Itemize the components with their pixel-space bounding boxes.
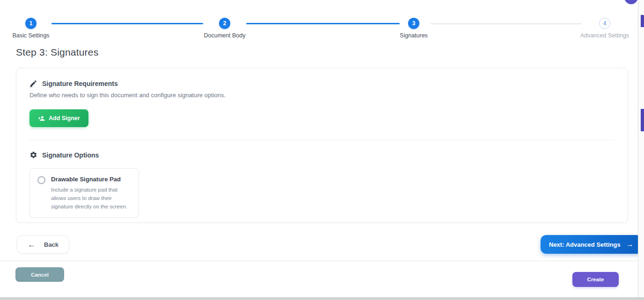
option-description: Include a signature pad that allows user…: [51, 186, 132, 211]
document-wizard-screen: 1 Basic Settings 2 Document Body 3 Signa…: [0, 0, 644, 300]
drawable-signature-pad-option[interactable]: Drawable Signature Pad Include a signatu…: [29, 168, 139, 218]
scrollbar-thumb[interactable]: [641, 15, 644, 27]
add-signer-label: Add Signer: [49, 115, 80, 121]
cancel-button[interactable]: Cancel: [15, 267, 64, 282]
back-button[interactable]: ← Back: [17, 235, 69, 254]
step-document-body[interactable]: 2 Document Body: [192, 18, 257, 39]
step-number-badge: 1: [25, 18, 37, 29]
card-divider: [29, 140, 615, 140]
scrollbar-track[interactable]: [638, 0, 644, 297]
step-label: Signatures: [381, 32, 446, 39]
add-signer-button[interactable]: Add Signer: [29, 109, 88, 127]
step-advanced-settings[interactable]: 4 Advanced Settings: [572, 18, 637, 39]
step-label: Advanced Settings: [572, 32, 637, 39]
section-description: Define who needs to sign this document a…: [29, 92, 615, 99]
step-connector: [431, 23, 582, 24]
option-title: Drawable Signature Pad: [51, 176, 132, 183]
footer-divider: [0, 261, 638, 261]
signature-pen-icon: [29, 79, 37, 87]
section-title: Signature Requirements: [42, 80, 118, 87]
left-arrow-icon: ←: [28, 241, 36, 249]
step-signatures[interactable]: 3 Signatures: [381, 18, 446, 39]
page-title: Step 3: Signatures: [16, 47, 98, 58]
drawable-pad-radio[interactable]: [37, 176, 45, 184]
section-title: Signature Options: [42, 151, 99, 159]
signatures-card: Signature Requirements Define who needs …: [16, 68, 628, 223]
right-arrow-icon: →: [626, 241, 634, 248]
signature-requirements-header: Signature Requirements: [29, 79, 615, 87]
step-number-badge: 3: [408, 18, 419, 29]
step-label: Basic Settings: [0, 32, 64, 39]
wizard-stepper: 1 Basic Settings 2 Document Body 3 Signa…: [0, 0, 638, 43]
step-number-badge: 2: [219, 18, 230, 29]
create-button[interactable]: Create: [572, 272, 619, 287]
scrollbar-thumb[interactable]: [641, 109, 644, 131]
gear-icon: [29, 151, 37, 159]
back-label: Back: [44, 241, 59, 248]
option-body: Drawable Signature Pad Include a signatu…: [51, 176, 132, 211]
signature-options-header: Signature Options: [29, 151, 615, 159]
step-basic-settings[interactable]: 1 Basic Settings: [0, 18, 64, 39]
step-connector: [246, 23, 400, 24]
bottom-scrollbar-track[interactable]: [0, 297, 644, 300]
step-number-badge: 4: [599, 18, 610, 29]
next-label: Next: Advanced Settings: [549, 241, 621, 248]
next-advanced-settings-button[interactable]: Next: Advanced Settings →: [541, 235, 642, 254]
step-label: Document Body: [192, 32, 257, 39]
person-add-icon: [38, 115, 45, 122]
step-connector: [51, 23, 203, 24]
